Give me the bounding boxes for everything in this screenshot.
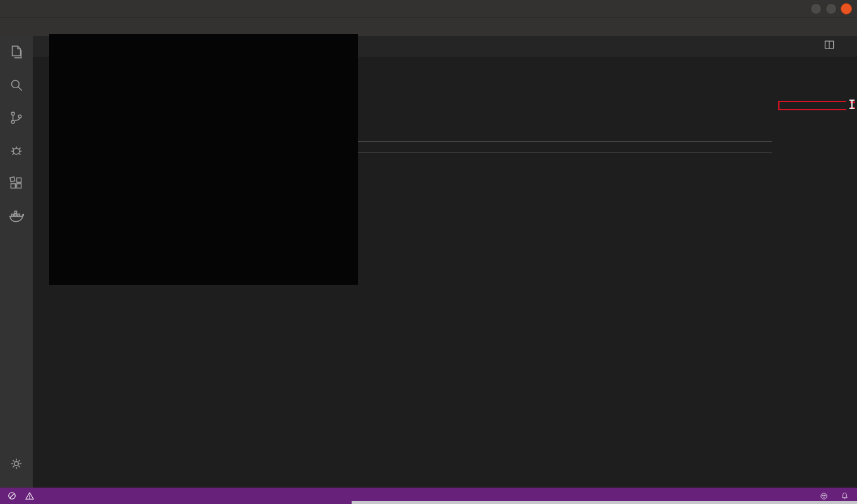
error-icon (8, 491, 16, 500)
source-control-icon (8, 110, 25, 126)
bottom-edge-artifact (352, 501, 857, 504)
debug-icon (8, 142, 25, 159)
source-control-button[interactable] (0, 101, 33, 134)
warning-icon (25, 491, 34, 500)
split-editor-icon[interactable] (823, 38, 836, 51)
explorer-icon (8, 44, 25, 60)
search-button[interactable] (0, 69, 33, 101)
settings-button[interactable] (0, 447, 33, 480)
redacted-overlay (49, 34, 358, 285)
problems-errors[interactable] (8, 491, 19, 500)
menu-bar (0, 18, 857, 36)
extensions-icon (8, 175, 25, 192)
maximize-button[interactable] (825, 3, 837, 14)
activity-bar (0, 36, 33, 488)
docker-icon (8, 208, 25, 224)
window-controls (810, 3, 852, 14)
minimap-error-region (778, 101, 846, 110)
explorer-button[interactable] (0, 36, 33, 69)
docker-button[interactable] (0, 200, 33, 232)
gear-icon (8, 455, 25, 472)
problems-warnings[interactable] (25, 491, 37, 500)
feedback-smiley-icon[interactable] (819, 491, 829, 501)
debug-button[interactable] (0, 134, 33, 167)
close-button[interactable] (841, 3, 852, 14)
notifications-bell-icon[interactable] (840, 491, 849, 501)
vscode-window (0, 0, 857, 504)
title-bar (0, 0, 857, 18)
minimize-button[interactable] (810, 3, 822, 14)
extensions-button[interactable] (0, 167, 33, 200)
search-icon (8, 77, 25, 93)
text-cursor-pointer (849, 100, 855, 109)
window-title (0, 0, 857, 18)
